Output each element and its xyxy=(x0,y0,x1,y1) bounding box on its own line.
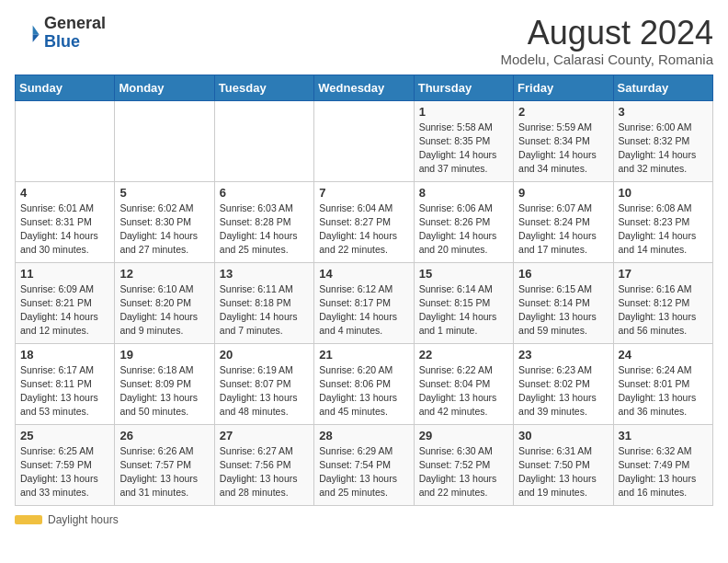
day-info: Sunrise: 6:02 AMSunset: 8:30 PMDaylight:… xyxy=(119,201,209,258)
day-cell: 2Sunrise: 5:59 AMSunset: 8:34 PMDaylight… xyxy=(514,100,613,181)
day-number: 7 xyxy=(319,186,408,200)
day-info: Sunrise: 6:07 AMSunset: 8:24 PMDaylight:… xyxy=(518,201,608,258)
subtitle: Modelu, Calarasi County, Romania xyxy=(501,52,714,67)
week-row-1: 1Sunrise: 5:58 AMSunset: 8:35 PMDaylight… xyxy=(16,100,713,181)
day-cell: 12Sunrise: 6:10 AMSunset: 8:20 PMDayligh… xyxy=(115,262,214,343)
day-number: 26 xyxy=(119,429,209,442)
day-number: 23 xyxy=(518,348,608,362)
day-info: Sunrise: 6:08 AMSunset: 8:23 PMDaylight:… xyxy=(619,201,708,258)
day-info: Sunrise: 6:19 AMSunset: 8:07 PMDaylight:… xyxy=(220,363,309,419)
day-number: 20 xyxy=(220,348,309,362)
day-cell xyxy=(314,100,414,181)
day-cell xyxy=(16,100,115,181)
day-cell: 24Sunrise: 6:24 AMSunset: 8:01 PMDayligh… xyxy=(613,343,712,424)
main-title: August 2024 xyxy=(501,15,714,52)
day-info: Sunrise: 5:58 AMSunset: 8:35 PMDaylight:… xyxy=(419,121,508,177)
day-cell: 28Sunrise: 6:29 AMSunset: 7:54 PMDayligh… xyxy=(314,424,414,505)
day-number: 15 xyxy=(419,267,508,281)
day-cell: 20Sunrise: 6:19 AMSunset: 8:07 PMDayligh… xyxy=(214,343,313,424)
day-number: 18 xyxy=(20,348,109,362)
day-cell: 19Sunrise: 6:18 AMSunset: 8:09 PMDayligh… xyxy=(115,343,214,424)
header-wednesday: Wednesday xyxy=(314,75,414,100)
day-info: Sunrise: 6:18 AMSunset: 8:09 PMDaylight:… xyxy=(119,363,209,419)
day-number: 1 xyxy=(419,105,508,119)
day-cell: 10Sunrise: 6:08 AMSunset: 8:23 PMDayligh… xyxy=(613,181,712,262)
day-cell: 5Sunrise: 6:02 AMSunset: 8:30 PMDaylight… xyxy=(115,181,214,262)
day-number: 29 xyxy=(419,429,508,442)
day-number: 9 xyxy=(518,186,608,200)
day-number: 10 xyxy=(619,186,708,200)
logo-icon xyxy=(15,20,40,46)
day-info: Sunrise: 6:26 AMSunset: 7:57 PMDaylight:… xyxy=(119,444,209,500)
logo-blue-text: Blue xyxy=(44,33,106,52)
day-number: 5 xyxy=(119,186,209,200)
day-cell: 29Sunrise: 6:30 AMSunset: 7:52 PMDayligh… xyxy=(414,424,513,505)
day-info: Sunrise: 6:10 AMSunset: 8:20 PMDaylight:… xyxy=(119,282,209,339)
day-info: Sunrise: 6:27 AMSunset: 7:56 PMDaylight:… xyxy=(220,444,309,500)
footer-note: Daylight hours xyxy=(15,513,713,526)
day-number: 19 xyxy=(119,348,209,362)
day-cell: 8Sunrise: 6:06 AMSunset: 8:26 PMDaylight… xyxy=(414,181,513,262)
day-cell: 6Sunrise: 6:03 AMSunset: 8:28 PMDaylight… xyxy=(214,181,313,262)
day-cell: 4Sunrise: 6:01 AMSunset: 8:31 PMDaylight… xyxy=(16,181,115,262)
day-cell xyxy=(214,100,313,181)
day-number: 12 xyxy=(119,267,209,281)
day-number: 14 xyxy=(319,267,408,281)
day-info: Sunrise: 6:24 AMSunset: 8:01 PMDaylight:… xyxy=(619,363,708,419)
day-cell: 25Sunrise: 6:25 AMSunset: 7:59 PMDayligh… xyxy=(16,424,115,505)
week-row-3: 11Sunrise: 6:09 AMSunset: 8:21 PMDayligh… xyxy=(16,262,713,343)
day-cell xyxy=(115,100,214,181)
day-cell: 13Sunrise: 6:11 AMSunset: 8:18 PMDayligh… xyxy=(214,262,313,343)
day-cell: 14Sunrise: 6:12 AMSunset: 8:17 PMDayligh… xyxy=(314,262,414,343)
header-friday: Friday xyxy=(514,75,613,100)
header-monday: Monday xyxy=(115,75,214,100)
logo-text: General Blue xyxy=(44,15,106,52)
svg-marker-0 xyxy=(33,25,40,34)
calendar-table: SundayMondayTuesdayWednesdayThursdayFrid… xyxy=(15,75,713,506)
day-info: Sunrise: 6:04 AMSunset: 8:27 PMDaylight:… xyxy=(319,201,408,258)
day-cell: 1Sunrise: 5:58 AMSunset: 8:35 PMDaylight… xyxy=(414,100,513,181)
day-info: Sunrise: 6:11 AMSunset: 8:18 PMDaylight:… xyxy=(220,282,309,339)
day-info: Sunrise: 6:12 AMSunset: 8:17 PMDaylight:… xyxy=(319,282,408,339)
daylight-label: Daylight hours xyxy=(48,513,119,526)
day-number: 22 xyxy=(419,348,508,362)
day-info: Sunrise: 6:20 AMSunset: 8:06 PMDaylight:… xyxy=(319,363,408,419)
day-number: 8 xyxy=(419,186,508,200)
day-number: 21 xyxy=(319,348,408,362)
day-number: 31 xyxy=(619,429,708,442)
day-cell: 17Sunrise: 6:16 AMSunset: 8:12 PMDayligh… xyxy=(613,262,712,343)
day-number: 16 xyxy=(518,267,608,281)
header-tuesday: Tuesday xyxy=(214,75,313,100)
day-cell: 9Sunrise: 6:07 AMSunset: 8:24 PMDaylight… xyxy=(514,181,613,262)
title-section: August 2024 Modelu, Calarasi County, Rom… xyxy=(501,15,714,67)
day-info: Sunrise: 6:30 AMSunset: 7:52 PMDaylight:… xyxy=(419,444,508,500)
day-number: 3 xyxy=(619,105,708,119)
day-info: Sunrise: 6:01 AMSunset: 8:31 PMDaylight:… xyxy=(20,201,109,258)
day-info: Sunrise: 6:23 AMSunset: 8:02 PMDaylight:… xyxy=(518,363,608,419)
day-cell: 30Sunrise: 6:31 AMSunset: 7:50 PMDayligh… xyxy=(514,424,613,505)
day-number: 30 xyxy=(518,429,608,442)
day-cell: 7Sunrise: 6:04 AMSunset: 8:27 PMDaylight… xyxy=(314,181,414,262)
logo: General Blue xyxy=(15,15,106,52)
day-info: Sunrise: 6:32 AMSunset: 7:49 PMDaylight:… xyxy=(619,444,708,500)
day-number: 11 xyxy=(20,267,109,281)
daylight-bar-icon xyxy=(15,515,42,524)
day-number: 17 xyxy=(619,267,708,281)
svg-marker-1 xyxy=(33,34,40,41)
week-row-4: 18Sunrise: 6:17 AMSunset: 8:11 PMDayligh… xyxy=(16,343,713,424)
day-info: Sunrise: 6:00 AMSunset: 8:32 PMDaylight:… xyxy=(619,121,708,177)
week-row-5: 25Sunrise: 6:25 AMSunset: 7:59 PMDayligh… xyxy=(16,424,713,505)
day-number: 25 xyxy=(20,429,109,442)
day-cell: 26Sunrise: 6:26 AMSunset: 7:57 PMDayligh… xyxy=(115,424,214,505)
day-info: Sunrise: 6:09 AMSunset: 8:21 PMDaylight:… xyxy=(20,282,109,339)
day-info: Sunrise: 5:59 AMSunset: 8:34 PMDaylight:… xyxy=(518,121,608,177)
day-number: 6 xyxy=(220,186,309,200)
day-info: Sunrise: 6:16 AMSunset: 8:12 PMDaylight:… xyxy=(619,282,708,339)
day-number: 4 xyxy=(20,186,109,200)
header-row: SundayMondayTuesdayWednesdayThursdayFrid… xyxy=(16,75,713,100)
day-info: Sunrise: 6:17 AMSunset: 8:11 PMDaylight:… xyxy=(20,363,109,419)
day-number: 27 xyxy=(220,429,309,442)
day-info: Sunrise: 6:29 AMSunset: 7:54 PMDaylight:… xyxy=(319,444,408,500)
day-cell: 3Sunrise: 6:00 AMSunset: 8:32 PMDaylight… xyxy=(613,100,712,181)
day-info: Sunrise: 6:14 AMSunset: 8:15 PMDaylight:… xyxy=(419,282,508,339)
